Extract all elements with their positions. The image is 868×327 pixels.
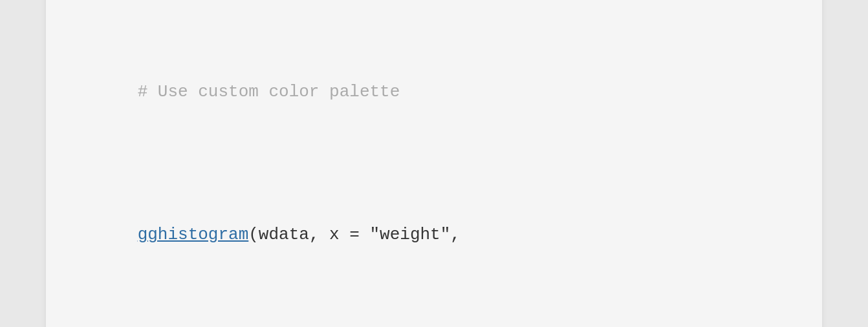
comment-4-text: # Use custom color palette [138,82,400,101]
function-name[interactable]: gghistogram [138,225,249,244]
code-block: # Histogram plot with mean lines and mar… [77,0,791,327]
comment-line-4: # Use custom color palette [77,49,791,135]
line1-args: (wdata, x = "weight", [248,225,461,244]
code-line-1: gghistogram(wdata, x = "weight", [77,192,791,278]
code-container: # Histogram plot with mean lines and mar… [46,0,822,327]
